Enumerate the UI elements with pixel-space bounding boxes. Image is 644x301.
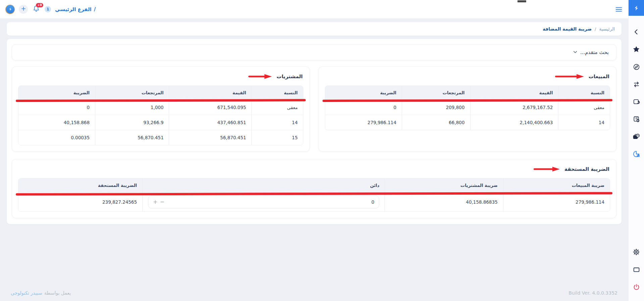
purchases-card: المشتريات النسبة xyxy=(12,66,310,152)
purchases-title: المشتريات xyxy=(277,73,303,80)
creditor-value: 0 xyxy=(371,199,375,205)
table-row: معفى 671,540.095 1,000 0 xyxy=(18,100,303,115)
header-cell[interactable]: ضريبة المشتريات xyxy=(385,179,503,193)
header-cell[interactable]: الضريبة xyxy=(325,86,402,100)
advanced-search-toggle[interactable]: بحث متقدم... xyxy=(12,44,616,60)
cell-rate: معفى xyxy=(252,100,303,115)
app-logo-square[interactable] xyxy=(629,0,644,16)
cell-tax: 0 xyxy=(325,100,402,115)
cell-rate: 14 xyxy=(252,115,303,130)
app-root: +9 1 الفرع الرئيسي / الرئيسية / ضريبة ال… xyxy=(0,0,644,301)
header-cell[interactable]: الضريبة xyxy=(18,86,95,100)
company-logo[interactable] xyxy=(5,5,15,14)
increment-button[interactable]: + xyxy=(153,199,157,205)
purchases-table-wrap: النسبة القيمة المرتجعات الضريبة xyxy=(18,86,303,145)
table-row: معفى 2,679,167.52 209,800 0 xyxy=(325,100,610,115)
table-row: 14 437,460.851 93,266.9 40,158.868 xyxy=(18,115,303,130)
breadcrumb: الرئيسية / ضريبة القيمة المضافة xyxy=(7,22,622,36)
header-cell[interactable]: المرتجعات xyxy=(95,86,169,100)
cell-tax: 279,986.114 xyxy=(325,115,402,130)
cell-tax-due: 239,827.24565 xyxy=(18,193,143,211)
table-row: 14 2,140,400.663 66,800 279,986.114 xyxy=(325,115,610,130)
decrement-button[interactable]: − xyxy=(160,199,164,205)
page-title: ضريبة القيمة المضافة xyxy=(543,26,592,32)
footer: يعمل بواسطة سبيدر تكنولوجى Build Ver. 4.… xyxy=(7,290,622,298)
sidebar-bottom xyxy=(632,248,640,301)
sidebar-nav xyxy=(632,16,640,158)
powered-by: يعمل بواسطة سبيدر تكنولوجى xyxy=(11,290,71,296)
company-logo-icon xyxy=(6,5,14,13)
app-logo-icon xyxy=(633,4,640,12)
powered-brand-link[interactable]: سبيدر تكنولوجى xyxy=(11,290,42,296)
sales-table: النسبة القيمة المرتجعات الضريبة xyxy=(325,86,610,130)
branch-breadcrumb[interactable]: الفرع الرئيسي / xyxy=(55,6,96,12)
cell-creditor: + − 0 xyxy=(143,193,385,211)
notifications-button[interactable]: +9 xyxy=(32,5,41,14)
powered-prefix: يعمل بواسطة xyxy=(44,290,71,296)
sales-header-row: النسبة القيمة المرتجعات الضريبة xyxy=(325,86,610,100)
content-area: الرئيسية / ضريبة القيمة المضافة بحث متقد… xyxy=(0,19,628,301)
cell-purchases-tax: 40,158.86835 xyxy=(385,193,503,211)
cell-value: 2,140,400.663 xyxy=(470,115,559,130)
work-history-briefcase-clock-icon[interactable] xyxy=(632,133,640,141)
purchases-table: النسبة القيمة المرتجعات الضريبة xyxy=(18,86,303,145)
creditor-input[interactable]: + − 0 xyxy=(148,196,379,208)
transactions-arrows-icon[interactable] xyxy=(632,80,640,88)
tax-due-header-row: ضريبة المبيعات ضريبة المشتريات دائن الضر… xyxy=(18,179,610,193)
header-cell[interactable]: دائن xyxy=(143,179,385,193)
tax-due-table: ضريبة المبيعات ضريبة المشتريات دائن الضر… xyxy=(18,179,610,211)
header-cell[interactable]: القيمة xyxy=(169,86,252,100)
invoice-return-icon[interactable] xyxy=(632,115,640,123)
header-cell[interactable]: النسبة xyxy=(252,86,303,100)
plus-icon xyxy=(21,6,26,12)
header-cell[interactable]: الضريبة المستحقة xyxy=(18,179,143,193)
cell-returns: 93,266.9 xyxy=(95,115,169,130)
screen-artifact xyxy=(517,0,546,3)
settings-gear-icon[interactable] xyxy=(632,248,640,256)
collapse-chevron-icon[interactable] xyxy=(632,28,640,36)
power-icon[interactable] xyxy=(632,283,640,291)
breadcrumb-home-link[interactable]: الرئيسية xyxy=(599,26,615,32)
header-cell[interactable]: النسبة xyxy=(558,86,610,100)
tax-due-title-row: الضريبة المستحقة xyxy=(19,166,609,172)
cell-value: 56,870.451 xyxy=(169,130,252,145)
tax-due-title: الضريبة المستحقة xyxy=(564,166,609,172)
cell-value: 2,679,167.52 xyxy=(470,100,559,115)
build-version: Build Ver. 4.0.0.3352 xyxy=(568,290,617,296)
table-row: 15 56,870.451 56,870.451 0.00035 xyxy=(18,130,303,145)
sales-title-row: المبيعات xyxy=(326,73,609,80)
cell-tax: 0.00035 xyxy=(18,130,95,145)
cell-rate: 14 xyxy=(558,115,610,130)
header-cell[interactable]: المرتجعات xyxy=(402,86,470,100)
notification-count-badge: +9 xyxy=(36,3,43,7)
sales-title: المبيعات xyxy=(589,73,609,80)
screen-icon[interactable] xyxy=(632,265,640,273)
annotation-arrow-purchases xyxy=(248,74,272,79)
branch-separator: / xyxy=(94,6,96,12)
cell-rate: معفى xyxy=(558,100,610,115)
table-row: 279,986.114 40,158.86835 + − xyxy=(18,193,610,211)
annotation-arrow-sales xyxy=(554,74,584,79)
cell-tax: 0 xyxy=(18,100,95,115)
top-navbar: +9 1 الفرع الرئيسي / xyxy=(0,0,628,19)
cell-returns: 1,000 xyxy=(95,100,169,115)
cell-returns: 66,800 xyxy=(402,115,470,130)
menu-toggle-button[interactable] xyxy=(615,5,623,13)
compass-icon[interactable] xyxy=(632,63,640,71)
wallet-card-icon[interactable] xyxy=(632,98,640,106)
branch-label: الفرع الرئيسي xyxy=(55,6,92,12)
cell-returns: 209,800 xyxy=(402,100,470,115)
purchases-title-row: المشتريات xyxy=(19,73,303,80)
cell-tax: 40,158.868 xyxy=(18,115,95,130)
purchases-header-row: النسبة القيمة المرتجعات الضريبة xyxy=(18,86,303,100)
reports-pie-chart-icon[interactable] xyxy=(632,150,640,158)
cell-rate: 15 xyxy=(252,130,303,145)
chevron-down-icon xyxy=(573,49,578,56)
header-cell[interactable]: القيمة xyxy=(470,86,559,100)
cell-value: 671,540.095 xyxy=(169,100,252,115)
header-cell[interactable]: ضريبة المبيعات xyxy=(503,179,610,193)
add-button[interactable] xyxy=(19,5,28,14)
tax-due-card: الضريبة المستحقة ضريبة المبيعات ض xyxy=(12,159,616,218)
advanced-search-label: بحث متقدم... xyxy=(580,49,609,55)
favorites-star-icon[interactable] xyxy=(632,45,640,53)
